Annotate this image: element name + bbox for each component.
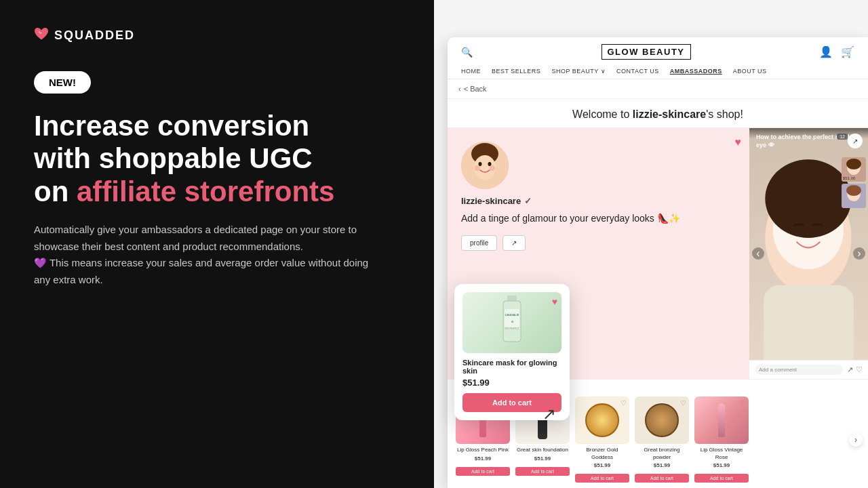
video-action-icons: ↗ ♡ xyxy=(847,365,863,374)
product-price-4: $51.99 xyxy=(635,462,689,468)
svg-rect-22 xyxy=(505,309,519,329)
headline-line1: Increase conversion xyxy=(34,110,309,142)
svg-point-3 xyxy=(479,162,482,166)
ambassador-handle: lizzie-skincare xyxy=(461,196,521,206)
product-image-5: ♡ xyxy=(694,396,749,444)
subtext-2: This means increase your sales and avera… xyxy=(34,257,368,285)
svg-point-11 xyxy=(765,159,851,238)
product-price-2: $51.99 xyxy=(515,455,570,462)
welcome-prefix: Welcome to xyxy=(572,108,633,120)
subtext: Automatically give your ambassadors a de… xyxy=(34,222,387,289)
popup-heart-icon[interactable]: ♥ xyxy=(552,296,557,307)
video-share-button[interactable]: ↗ xyxy=(848,134,863,148)
product-image-3: ♡ xyxy=(575,396,629,444)
profile-actions: profile ↗ xyxy=(461,235,736,251)
subtext-heart: 💜 xyxy=(34,257,47,268)
logo-text: SQUADDED xyxy=(54,28,135,43)
nav-shop-beauty[interactable]: SHOP BEAUTY ∨ xyxy=(551,68,606,75)
svg-point-5 xyxy=(475,165,480,171)
logo-icon xyxy=(34,27,49,44)
welcome-text: Welcome to lizzie-skincare's shop! xyxy=(572,108,743,120)
product-price-3: $51.99 xyxy=(575,462,629,468)
like-icon[interactable]: ♡ xyxy=(856,365,863,374)
nav-about[interactable]: ABOUT US xyxy=(733,68,767,75)
svg-point-4 xyxy=(488,162,492,166)
heart-icon[interactable]: ♥ xyxy=(735,136,742,148)
bronzer-shape xyxy=(585,403,619,437)
welcome-section: Welcome to lizzie-skincare's shop! xyxy=(448,99,868,128)
left-panel: SQUADDED NEW! Increase conversion with s… xyxy=(0,0,434,488)
profile-button[interactable]: profile xyxy=(461,235,497,251)
search-icon[interactable]: 🔍 xyxy=(461,47,473,58)
popup-product-name: Skincare mask for glowing skin xyxy=(462,359,561,375)
svg-text:VINOPERFECT: VINOPERFECT xyxy=(505,327,519,330)
mouse-cursor: ↖ xyxy=(542,405,556,424)
product-card-4: ♡ Great bronzing powder $51.99 Add to ca… xyxy=(635,396,689,483)
store-nav: HOME BEST SELLERS SHOP BEAUTY ∨ CONTACT … xyxy=(461,64,854,79)
profile-name: lizzie-skincare ✓ xyxy=(461,196,736,206)
video-nav-right[interactable]: › xyxy=(853,247,865,260)
scroll-right-arrow[interactable]: › xyxy=(849,433,863,447)
bronzer-powder-shape xyxy=(645,403,679,437)
product-name-3: Bronzer Gold Goddess xyxy=(575,447,629,461)
add-to-cart-3[interactable]: Add to cart xyxy=(575,474,629,483)
headline-line2: with shoppable UGC xyxy=(34,142,313,174)
headline-line3-plain: on xyxy=(34,176,77,207)
cart-icon[interactable]: 🛒 xyxy=(841,45,854,58)
browser-mockup: 🔍 GLOW BEAUTY 👤 🛒 HOME BEST SELLERS SHOP… xyxy=(448,37,868,488)
product-price-1: $51.99 xyxy=(456,455,510,462)
svg-text:CAUDALIE: CAUDALIE xyxy=(505,313,519,317)
product-name-2: Great skin foundation xyxy=(515,447,570,453)
nav-contact[interactable]: CONTACT US xyxy=(616,68,659,75)
video-card: How to achieve the perfect smokey eye 👁 … xyxy=(749,128,868,379)
video-thumbnails: $51.00 xyxy=(840,155,868,210)
back-arrow-icon: ‹ xyxy=(458,85,461,93)
add-to-cart-1[interactable]: Add to cart xyxy=(456,467,510,476)
headline: Increase conversion with shoppable UGC o… xyxy=(34,110,400,208)
thumbnail-1[interactable]: $51.00 xyxy=(842,157,866,182)
product-heart-4[interactable]: ♡ xyxy=(680,399,686,407)
video-nav-left[interactable]: ‹ xyxy=(752,247,764,260)
product-heart-5[interactable]: ♡ xyxy=(740,399,746,407)
lip-gloss-shape-2 xyxy=(718,403,725,437)
svg-point-18 xyxy=(846,185,861,196)
add-to-cart-5[interactable]: Add to cart xyxy=(694,474,749,483)
share-button[interactable]: ↗ xyxy=(502,235,526,251)
welcome-suffix: 's shop! xyxy=(706,108,743,120)
profile-bio: Add a tinge of glamour to your everyday … xyxy=(461,211,736,226)
thumbnail-2[interactable] xyxy=(842,184,866,208)
product-name-5: Lip Gloss Vintage Rose xyxy=(694,447,749,461)
product-heart-3[interactable]: ♡ xyxy=(620,399,627,407)
store-logo: GLOW BEAUTY xyxy=(601,44,691,60)
svg-point-15 xyxy=(846,159,861,169)
product-name-1: Lip Gloss Peach Pink xyxy=(456,447,510,453)
add-to-cart-4[interactable]: Add to cart xyxy=(635,474,689,483)
video-comment-bar: Add a comment ↗ ♡ xyxy=(749,360,868,379)
product-card-5: ♡ Lip Gloss Vintage Rose $51.99 Add to c… xyxy=(694,396,749,483)
popup-product-image: ♥ CAUDALIE ✿ VINOPERFECT xyxy=(462,292,561,353)
product-card-3: ♡ Bronzer Gold Goddess $51.99 Add to car… xyxy=(575,396,629,483)
popup-card: ♥ CAUDALIE ✿ VINOPERFECT Skincare mask f… xyxy=(454,284,570,420)
verified-icon: ✓ xyxy=(524,196,532,206)
ambassador-name-link[interactable]: lizzie-skincare xyxy=(633,108,707,120)
back-button[interactable]: ‹ < Back xyxy=(448,79,868,99)
store-header-icons: 👤 🛒 xyxy=(819,45,854,58)
subtext-main: Automatically give your ambassadors a de… xyxy=(34,224,357,252)
avatar xyxy=(461,142,509,189)
right-panel: 🔍 GLOW BEAUTY 👤 🛒 HOME BEST SELLERS SHOP… xyxy=(434,0,868,488)
comment-input[interactable]: Add a comment xyxy=(755,365,843,375)
nav-ambassadors[interactable]: AMBASSADORS xyxy=(670,68,722,75)
logo: SQUADDED xyxy=(34,27,400,44)
nav-bestsellers[interactable]: BEST SELLERS xyxy=(492,68,540,75)
vid-count-badge: 12 xyxy=(837,134,848,140)
share-icon[interactable]: ↗ xyxy=(847,365,853,374)
add-to-cart-2[interactable]: Add to cart xyxy=(515,467,570,476)
store-header-top: 🔍 GLOW BEAUTY 👤 🛒 xyxy=(461,37,854,64)
back-label: < Back xyxy=(464,85,487,93)
headline-highlight: affiliate storefronts xyxy=(77,176,334,207)
product-image-4: ♡ xyxy=(635,396,689,444)
store-header: 🔍 GLOW BEAUTY 👤 🛒 HOME BEST SELLERS SHOP… xyxy=(448,37,868,79)
user-icon[interactable]: 👤 xyxy=(819,45,833,58)
nav-home[interactable]: HOME xyxy=(461,68,481,75)
svg-point-6 xyxy=(490,165,495,171)
